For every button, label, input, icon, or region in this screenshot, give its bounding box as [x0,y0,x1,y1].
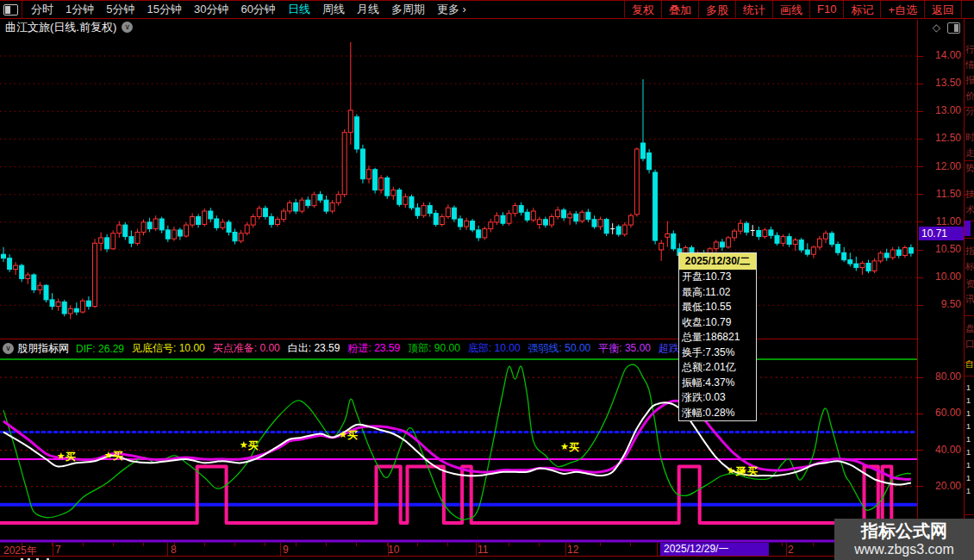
week-tick [509,543,509,546]
tooltip-row: 总量:186821 [679,330,756,345]
tooltip-row: 最低:10.55 [679,300,756,315]
month-tick [167,543,168,556]
panel-fragment: 讯 [965,293,974,306]
quote-digit: 1 [966,422,971,431]
button-画线[interactable]: 画线 [772,1,809,19]
indicator-axis-label: 20.00 [935,480,961,492]
month-tick [53,543,53,556]
quote-digit: 1 [966,461,971,470]
price-label: 10.00 [935,271,961,283]
indicator-field-DIF: DIF: 26.29 [76,343,124,355]
tab-多周期[interactable]: 多周期 [391,2,425,17]
week-tick [265,543,265,546]
axis-tick [918,194,923,195]
panel-fragment: 情 [965,59,974,72]
crosshair-price-label: 10.71 [919,227,964,240]
quote-digit: 1 [966,435,971,444]
button-F10[interactable]: F10 [809,1,843,19]
week-tick [83,543,84,546]
indicator-panel[interactable]: ★买★买★买★买★买★买★买 [0,358,917,543]
panel-fragment: 标 [965,260,974,273]
tab-60分钟[interactable]: 60分钟 [240,2,275,17]
price-label: 11.50 [936,188,961,200]
date-label: 10 [388,544,399,556]
quote-digit: 1 [966,409,971,418]
tab-周线[interactable]: 周线 [322,2,345,17]
app-window: 分时1分钟5分钟15分钟30分钟60分钟日线周线月线多周期更多 › 复权叠加多股… [0,0,974,560]
yellow-fragment: 自 [965,358,974,370]
month-tick [786,543,787,556]
panel-fragment: 走 [965,146,974,159]
tab-1分钟[interactable]: 1分钟 [66,2,94,17]
axis-tick [918,377,923,378]
axis-tick [918,250,923,251]
indicator-header: ∨股朋指标网DIF: 26.29见底信号: 10.00买点准备: 0.00白出:… [0,340,917,357]
indicator-field-粉进: 粉进: 23.59 [347,341,400,356]
button-返回[interactable]: 返回 [924,1,962,19]
tooltip-row: 换手:7.35% [679,345,756,361]
buy-signal-label: 买 [248,439,259,451]
buy-star-icon: ★ [104,450,113,460]
week-tick [113,543,114,546]
tooltip-row: 涨幅:0.28% [679,406,756,421]
axis-tick [918,166,923,167]
tab-月线[interactable]: 月线 [357,2,379,17]
buy-signal-label: 买 [747,465,758,477]
top-menu-bar: 分时1分钟5分钟15分钟30分钟60分钟日线周线月线多周期更多 › 复权叠加多股… [0,1,974,19]
window-icon[interactable] [3,4,18,16]
chevron-down-icon[interactable]: ∨ [3,343,14,354]
tab-30分钟[interactable]: 30分钟 [194,2,228,17]
axis-tick [918,277,923,278]
tab-5分钟[interactable]: 5分钟 [106,2,134,17]
panel-fragment: 价 [965,90,974,103]
indicator-field-平衡: 平衡: 35.00 [598,341,651,356]
panel-fragment: 指 [965,245,974,258]
button-叠加[interactable]: 叠加 [661,1,698,19]
chevron-down-icon[interactable]: ∨ [122,22,133,33]
axis-tick [918,414,923,414]
candlestick-chart[interactable] [0,35,917,339]
watermark-url: www.zbgs3.com [854,541,954,558]
buy-star-icon: ★ [727,465,735,476]
indicator-axis-label: 40.00 [935,444,961,456]
tab-15分钟[interactable]: 15分钟 [147,2,181,17]
panel-fragment: 资 [965,277,974,290]
week-tick [539,543,540,546]
week-tick [417,543,418,546]
clipped-right-panel: 行情报价分时走势技术指标资讯盘口111111111自≡ [964,19,974,543]
date-axis: 2025年78910111222025/12/29/一 [0,543,974,557]
button-多股[interactable]: 多股 [698,1,735,19]
price-label: 14.00 [935,49,961,61]
date-label: 9 [283,544,289,556]
buy-star-icon: ★ [739,465,747,476]
button-标记[interactable]: 标记 [843,1,880,19]
toolbar-right: 复权叠加多股统计画线F10标记+自选返回 [624,1,962,19]
buy-star-icon: ★ [339,429,347,439]
quote-digit: 1 [966,396,971,405]
divider [965,160,974,161]
price-label: 11.00 [936,215,961,227]
axis-tick [918,221,923,222]
date-label: 12 [567,544,578,556]
price-label: 12.50 [935,132,961,144]
buy-star-icon: ★ [57,451,66,461]
button-复权[interactable]: 复权 [624,1,661,19]
button-统计[interactable]: 统计 [735,1,772,19]
divider [965,107,974,108]
date-label: 2 [788,544,794,556]
highlight-fragment [965,221,971,236]
indicator-field-顶部: 顶部: 90.00 [408,341,460,356]
divider [965,238,974,239]
tooltip-row: 收盘:10.79 [679,315,756,331]
month-tick [280,543,281,556]
buy-signal-label: 买 [569,441,579,453]
buy-signal-label: 买 [347,429,358,441]
axis-tick [918,111,923,112]
week-tick [782,543,783,546]
tab-分时[interactable]: 分时 [31,2,53,17]
week-tick [143,543,144,546]
tab-日线[interactable]: 日线 [288,2,310,17]
tab-更多 ›[interactable]: 更多 › [437,2,466,17]
tooltip-row: 开盘:10.73 [679,270,756,285]
button-+自选[interactable]: +自选 [880,1,924,19]
